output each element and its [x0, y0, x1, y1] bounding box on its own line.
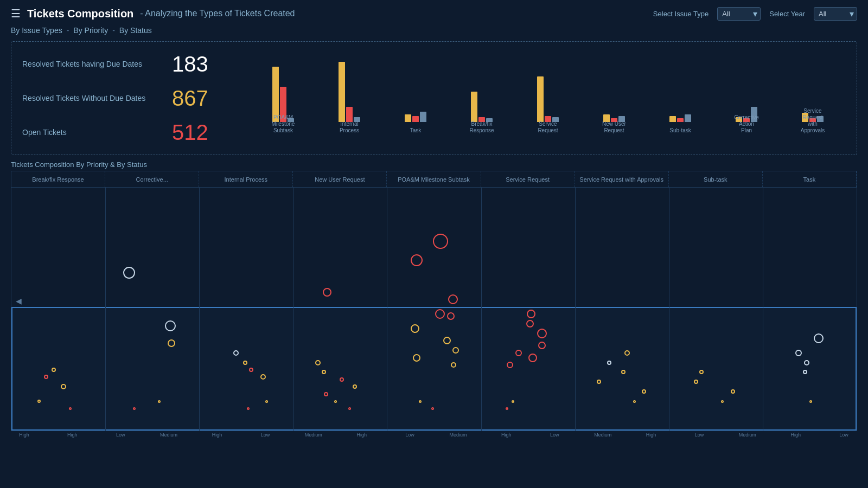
- bar-label: Task: [410, 127, 422, 134]
- page-subtitle: - Analyzing the Types of Tickets Created: [140, 9, 295, 18]
- x-axis-label: Medium: [723, 432, 771, 442]
- page-title: Tickets Composition: [27, 8, 133, 20]
- stats-left: Resolved Tickets having Due Dates 183 Re…: [22, 47, 250, 149]
- bar-group: POA&M Milestone Subtask: [250, 47, 316, 134]
- bubble-chart-body: [11, 188, 857, 431]
- stat-row-open: Open Tickets 512: [22, 121, 239, 143]
- bar-group: Task: [382, 47, 449, 134]
- header-filters: Select Issue Type All Select Year All: [653, 7, 857, 21]
- open-tickets-label: Open Tickets: [22, 128, 163, 137]
- column-header: Service Request with Approvals: [575, 171, 669, 187]
- column-header: Corrective...: [105, 171, 199, 187]
- bar-group: Service Request with Approvals: [780, 47, 846, 134]
- bar-group: Corrective Action Plan: [713, 47, 780, 134]
- col-divider: [763, 188, 763, 431]
- resolved-without-dates-label: Resolved Tickets Without Due Dates: [22, 94, 163, 102]
- column-header: Task: [763, 171, 857, 187]
- issue-type-select[interactable]: All: [717, 7, 761, 21]
- year-label: Select Year: [769, 10, 805, 18]
- x-axis-label: Low: [241, 432, 289, 442]
- tab-status[interactable]: By Status: [119, 26, 152, 35]
- tab-issue-types[interactable]: By Issue Types: [11, 26, 62, 35]
- x-axis-labels: HighHighLowMediumHighLowMediumHighLowMed…: [0, 432, 868, 442]
- bubble: [507, 362, 513, 368]
- bar-group: Internal Process: [316, 47, 382, 134]
- bubble: [448, 294, 458, 304]
- x-axis-label: Low: [97, 432, 145, 442]
- stat-row-without-dates: Resolved Tickets Without Due Dates 867: [22, 87, 239, 109]
- column-header: Break/fix Response: [11, 171, 105, 187]
- scroll-left-icon[interactable]: ◀: [16, 297, 22, 305]
- bubble: [433, 234, 448, 249]
- issue-type-wrapper[interactable]: All: [717, 7, 761, 21]
- bubble-chart-header: Break/fix ResponseCorrective...Internal …: [11, 171, 857, 188]
- bar-group: New User Request: [581, 47, 647, 134]
- bar-label: POA&M Milestone Subtask: [267, 114, 300, 134]
- resolved-without-dates-value: 867: [172, 87, 208, 109]
- bubble: [165, 320, 176, 331]
- bubble: [515, 350, 522, 356]
- x-axis-label: Medium: [145, 432, 193, 442]
- bar-label: Internal Process: [333, 121, 366, 134]
- bubble: [243, 361, 247, 365]
- col-divider: [481, 188, 482, 431]
- bar-label: Service Request with Approvals: [796, 108, 829, 134]
- stats-section: Resolved Tickets having Due Dates 183 Re…: [11, 41, 857, 155]
- col-divider: [105, 188, 106, 431]
- x-axis-label: High: [0, 432, 48, 442]
- bubble: [324, 392, 328, 396]
- year-wrapper[interactable]: All: [814, 7, 857, 21]
- open-tickets-value: 512: [172, 121, 208, 143]
- col-divider: [575, 188, 576, 431]
- x-axis-label: Low: [386, 432, 434, 442]
- menu-icon[interactable]: ☰: [11, 7, 21, 20]
- bar-chart-area: POA&M Milestone SubtaskInternal ProcessT…: [250, 47, 846, 149]
- x-axis-label: High: [627, 432, 675, 442]
- column-header: Sub-task: [669, 171, 763, 187]
- nav-tabs: By Issue Types - By Priority - By Status: [0, 22, 868, 39]
- nav-sep-1: -: [67, 26, 69, 35]
- bar-group: Sub-task: [647, 47, 713, 134]
- col-divider: [293, 188, 293, 431]
- bubble: [233, 350, 239, 356]
- bubble: [527, 310, 535, 318]
- bubble: [528, 354, 537, 362]
- bubble: [431, 407, 434, 410]
- column-header: POA&M Milestone Subtask: [387, 171, 481, 187]
- nav-sep-2: -: [112, 26, 115, 35]
- column-header: Internal Process: [199, 171, 293, 187]
- bubble: [633, 400, 636, 403]
- x-axis-label: High: [482, 432, 531, 442]
- col-divider: [669, 188, 669, 431]
- bubble: [323, 288, 331, 297]
- column-header: New User Request: [293, 171, 387, 187]
- resolved-with-dates-value: 183: [172, 53, 208, 75]
- bar-label: New User Request: [598, 121, 631, 134]
- chart-top-area: [11, 188, 857, 307]
- bubble: [265, 400, 268, 403]
- bar-label: Sub-task: [669, 127, 691, 134]
- x-axis-label: High: [48, 432, 97, 442]
- x-axis-label: High: [771, 432, 820, 442]
- year-select[interactable]: All: [814, 7, 857, 21]
- col-divider: [199, 188, 200, 431]
- x-axis-label: High: [337, 432, 386, 442]
- bubble: [52, 368, 56, 372]
- chart-bottom-area: [11, 307, 857, 431]
- bubble: [537, 329, 547, 338]
- issue-type-label: Select Issue Type: [653, 10, 709, 18]
- bubble: [607, 361, 611, 365]
- x-axis-label: Medium: [579, 432, 627, 442]
- bubble: [642, 389, 646, 394]
- bubble: [624, 350, 630, 356]
- bubble-section-title: Tickets Composition By Priority & By Sta…: [0, 157, 868, 171]
- bubble: [411, 324, 419, 333]
- x-axis-label: Low: [675, 432, 723, 442]
- bubble: [334, 400, 337, 403]
- bubble: [158, 400, 161, 403]
- bubble: [340, 377, 344, 382]
- tab-priority[interactable]: By Priority: [73, 26, 108, 35]
- x-axis-label: Low: [820, 432, 868, 442]
- bar-label: Corrective Action Plan: [730, 114, 763, 134]
- bubble: [315, 360, 321, 365]
